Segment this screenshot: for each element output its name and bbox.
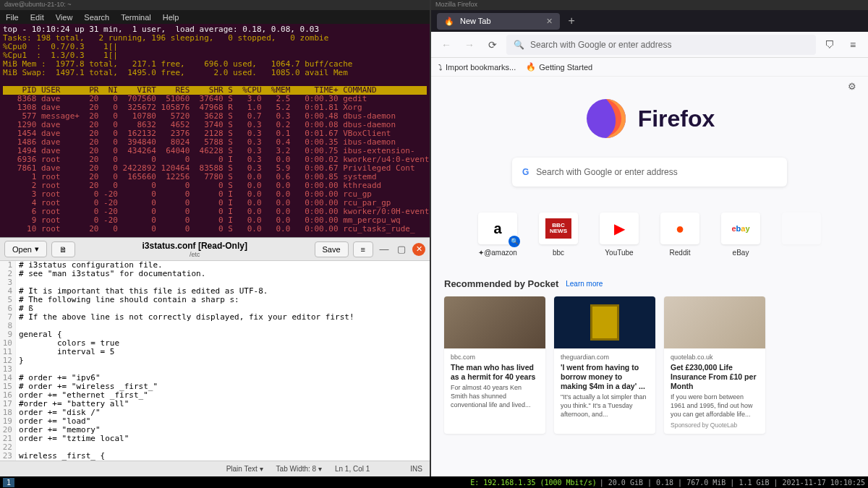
menu-terminal[interactable]: Terminal: [121, 13, 151, 22]
import-icon: ⤵: [438, 63, 443, 72]
close-button[interactable]: ✕: [412, 243, 425, 256]
status-ethernet: E: 192.168.1.35 (1000 Mbit/s): [470, 479, 597, 487]
firefox-logo: Firefox: [431, 97, 868, 140]
editor-line: 23wireless _first_ {: [0, 452, 430, 461]
editor-line: 21order += "tztime local": [0, 435, 430, 443]
editor-line: 12}: [0, 356, 430, 365]
menu-edit[interactable]: Edit: [30, 13, 44, 22]
pocket-card[interactable]: theguardian.com 'I went from having to b…: [554, 296, 655, 434]
pocket-learn-more[interactable]: Learn more: [566, 280, 603, 288]
maximize-button[interactable]: ▢: [395, 243, 408, 256]
google-icon: G: [522, 167, 529, 177]
firefox-window-title: Mozilla Firefox: [431, 0, 868, 10]
hamburger-icon: ≡: [850, 39, 856, 51]
customize-button[interactable]: ⚙: [848, 81, 856, 92]
top-swap: MiB Swap: 1497.1 total, 1495.0 free, 2.0…: [3, 69, 427, 77]
close-icon: ✕: [416, 244, 422, 254]
newtab-search[interactable]: G Search with Google or enter address: [512, 158, 787, 187]
editor-line: 2# see "man i3status" for documentation.: [0, 270, 430, 278]
new-doc-icon: 🗎: [59, 245, 67, 254]
new-tab-button[interactable]: 🗎: [51, 241, 75, 257]
youtube-icon: ▶: [614, 220, 625, 237]
syntax-selector[interactable]: Plain Text ▾: [226, 465, 263, 473]
menu-view[interactable]: View: [56, 13, 73, 22]
chevron-down-icon: ▾: [35, 244, 39, 254]
hamburger-icon: ≡: [361, 245, 365, 254]
pocket-heading: Recommended by Pocket: [444, 278, 558, 289]
gedit-statusbar: Plain Text ▾ Tab Width: 8 ▾ Ln 1, Col 1 …: [0, 461, 430, 476]
firefox-logo-icon: [584, 97, 628, 140]
minimize-button[interactable]: —: [378, 243, 391, 256]
bookmarks-toolbar: ⤵Import bookmarks... 🔥Getting Started: [431, 58, 868, 77]
tab-new-tab[interactable]: 🔥 New Tab ✕: [437, 13, 560, 30]
url-bar[interactable]: 🔍 Search with Google or enter address: [506, 35, 816, 55]
new-tab-button[interactable]: +: [564, 14, 579, 27]
nav-toolbar: ← → ⟳ 🔍 Search with Google or enter addr…: [431, 32, 868, 58]
shortcut-ebay[interactable]: ebay eBay: [719, 213, 762, 257]
tab-width-selector[interactable]: Tab Width: 8 ▾: [276, 465, 322, 473]
arrow-right-icon: →: [464, 39, 475, 51]
shortcut-youtube[interactable]: ▶ YouTube: [597, 213, 641, 257]
extensions-button[interactable]: ⛉: [820, 35, 839, 54]
editor-content[interactable]: 1# i3status configuration file.2# see "m…: [0, 261, 430, 461]
table-row: 10 root 20 0 0 0 0 S 0.0 0.0 0:00.00 rcu…: [3, 225, 427, 234]
editor-line: 5# The following line should contain a s…: [0, 296, 430, 304]
ebay-icon: ebay: [731, 224, 749, 233]
card-image: [444, 296, 545, 348]
editor-line: 11 interval = 5: [0, 348, 430, 356]
menu-file[interactable]: File: [6, 13, 19, 22]
card-image: [554, 296, 655, 348]
firefox-icon: 🔥: [526, 62, 536, 72]
reddit-icon: ●: [676, 221, 684, 237]
editor-line: 8: [0, 322, 430, 330]
pocket-card[interactable]: quotelab.co.uk Get £230,000 Life Insuran…: [664, 296, 765, 434]
bbc-icon: BBCNEWS: [545, 218, 571, 239]
reload-icon: ⟳: [488, 39, 497, 51]
arrow-left-icon: ←: [441, 39, 451, 51]
shortcut-reddit[interactable]: ● Reddit: [658, 213, 702, 257]
pocket-card[interactable]: bbc.com The man who has lived as a hermi…: [444, 296, 545, 434]
tab-strip: 🔥 New Tab ✕ +: [431, 10, 868, 32]
shortcut-empty[interactable]: [780, 213, 823, 257]
save-button[interactable]: Save: [315, 241, 349, 257]
import-bookmarks[interactable]: ⤵Import bookmarks...: [438, 63, 516, 72]
amazon-icon: a: [493, 221, 501, 237]
plus-icon: +: [569, 14, 575, 27]
editor-line: 7# If the above line is not correctly di…: [0, 313, 430, 322]
tab-close-icon[interactable]: ✕: [546, 17, 553, 26]
shortcut-bbc[interactable]: BBCNEWS bbc: [537, 213, 580, 257]
workspace-button[interactable]: 1: [3, 478, 14, 487]
newtab-content: ⚙ Firefox G Search with Google or enter …: [431, 77, 868, 476]
cursor-position: Ln 1, Col 1: [335, 465, 370, 473]
terminal-menubar: File Edit View Search Terminal Help: [0, 10, 430, 25]
i3-status-bar: 1 E: 192.168.1.35 (1000 Mbit/s) | 20.0 G…: [0, 476, 868, 488]
gear-icon: ⚙: [848, 81, 856, 92]
insert-mode: INS: [410, 465, 422, 473]
top-sites: a🔍 ✦@amazon BBCNEWS bbc ▶ YouTube ● Redd…: [431, 213, 868, 257]
shortcut-amazon[interactable]: a🔍 ✦@amazon: [476, 213, 519, 257]
firefox-tab-icon: 🔥: [444, 17, 454, 26]
pocket-section: Recommended by Pocket Learn more bbc.com…: [444, 278, 855, 434]
hamburger-button[interactable]: ≡: [353, 241, 373, 257]
search-icon: 🔍: [509, 236, 520, 247]
forward-button[interactable]: →: [460, 35, 479, 54]
reload-button[interactable]: ⟳: [483, 35, 502, 54]
app-menu-button[interactable]: ≡: [843, 35, 862, 54]
card-image: [664, 296, 765, 348]
search-icon: 🔍: [514, 40, 524, 50]
back-button[interactable]: ←: [437, 35, 456, 54]
menu-help[interactable]: Help: [163, 13, 179, 22]
menu-search[interactable]: Search: [84, 13, 109, 22]
terminal-output[interactable]: top - 10:10:24 up 31 min, 1 user, load a…: [0, 24, 430, 237]
gedit-title: i3status.conf [Read-Only] /etc: [80, 241, 310, 258]
terminal-window-title: dave@ubuntu-21-10: ~: [0, 0, 430, 10]
getting-started[interactable]: 🔥Getting Started: [526, 62, 592, 72]
shield-icon: ⛉: [825, 39, 835, 51]
gedit-headerbar: Open▾ 🗎 i3status.conf [Read-Only] /etc S…: [0, 238, 430, 261]
open-button[interactable]: Open▾: [4, 241, 47, 257]
gedit-window: Open▾ 🗎 i3status.conf [Read-Only] /etc S…: [0, 237, 430, 476]
status-rest: | 20.0 GiB | 0.18 | 767.0 MiB | 1.1 GiB …: [600, 479, 865, 487]
